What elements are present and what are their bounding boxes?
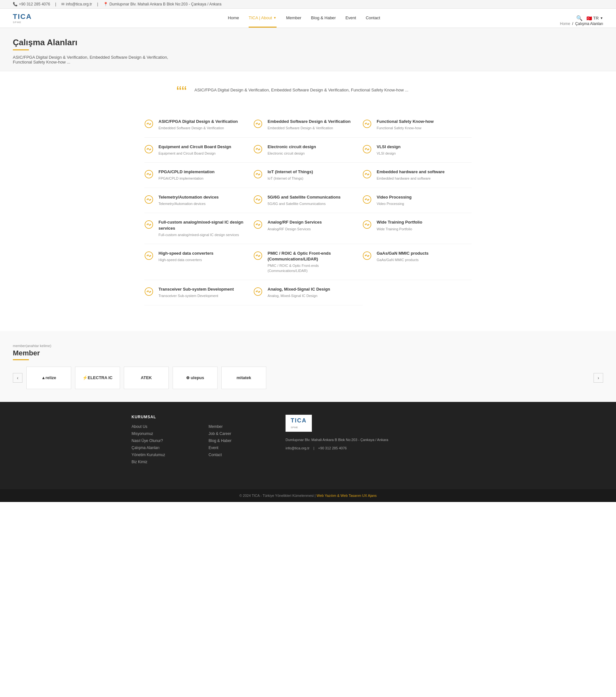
logo-item-electra-ic[interactable]: ⚡ELECTRA IC [75,367,120,389]
breadcrumb-current: Çalışma Alanları [575,21,603,26]
card-title: IoT (Internet of Things) [267,169,313,175]
svg-point-59 [259,291,261,292]
svg-point-1 [147,123,148,124]
footer-col1-link[interactable]: Misyonumuz [132,431,196,436]
card-item[interactable]: Telemetry/Automation devices Telemetry/A… [144,188,253,213]
card-item[interactable]: Analog/RF Design Services Analog/RF Desi… [253,213,363,244]
card-subtitle: VLSI design [377,151,400,156]
member-title: Member [13,349,603,357]
webdesign-link[interactable]: Web Yazılım & Web Tasarım UX Ajans [317,494,377,498]
card-title: Transceiver Sub-system Development [159,286,234,292]
footer-separator: | [313,446,314,450]
card-subtitle: Equipment and Circuit Board Design [159,151,231,156]
card-item[interactable]: ASIC/FPGA Digital Design & Verification … [144,112,253,138]
svg-point-25 [365,174,366,175]
card-subtitle: Transceiver Sub-system Development [159,294,234,298]
address-info: 📍 Dumlupınar Blv. Mahali Ankara B Blok N… [103,2,221,6]
footer: KURUMSAL About UsMisyonumuzNasıl Üye Olu… [0,402,616,489]
carousel-prev-button[interactable]: ‹ [13,373,23,383]
footer-col1-link[interactable]: Yönetim Kurulumuz [132,453,196,457]
card-item[interactable]: Analog, Mixed-Signal IC Design Analog, M… [253,280,363,305]
email-icon: ✉ [61,2,64,6]
card-subtitle: IoT (Internet of Things) [267,176,313,181]
card-item[interactable]: PMIC / ROIC & Optic Front-ends (Communic… [253,244,363,280]
card-icon-16 [253,251,264,262]
logo[interactable]: TICA SPME [13,13,32,24]
footer-col-kurumsal: KURUMSAL About UsMisyonumuzNasıl Üye Olu… [132,415,196,467]
cards-grid: ASIC/FPGA Digital Design & Verification … [144,112,472,305]
svg-point-34 [365,199,366,200]
svg-point-32 [259,199,261,200]
logo-item-ulepus[interactable]: ⊕ ulepus [173,367,218,389]
nav-right: 🔍 🇹🇷 TR ▼ [576,15,603,21]
logo-item-arelize[interactable]: ▲relize [26,367,71,389]
footer-logo-area: TICA SPME Dumlupınar Blv. Mahali Ankara … [285,415,484,467]
svg-point-50 [259,255,261,256]
footer-col2-link[interactable]: Blog & Haber [208,439,273,443]
card-subtitle: Telemetry/Automation devices [159,202,219,206]
search-button[interactable]: 🔍 [576,15,583,21]
card-item[interactable]: FPGA/CPLD implementation FPGA/CPLD imple… [144,163,253,188]
nav-blog[interactable]: Blog & Haber [311,9,336,28]
breadcrumb-home[interactable]: Home [560,21,570,26]
svg-point-5 [259,123,261,124]
card-title: FPGA/CPLD implementation [159,169,215,175]
card-title: Functional Safety Know-how [377,119,434,124]
card-icon-11 [363,195,373,205]
footer-email: info@tica.org.tr [285,446,310,450]
card-item[interactable]: Video Processing Video Processing [363,188,472,213]
svg-point-16 [365,149,366,150]
nav-contact[interactable]: Contact [366,9,380,28]
nav-home[interactable]: Home [228,9,239,28]
separator2: | [97,2,98,6]
card-title: Wide Training Portfolio [377,219,422,225]
card-item[interactable]: VLSI design VLSI design [363,138,472,163]
footer-col2-link[interactable]: Member [208,424,273,429]
card-subtitle: Functional Safety Know-how [377,126,434,131]
svg-point-23 [259,174,261,175]
svg-point-20 [150,174,151,175]
card-item[interactable]: IoT (Internet of Things) IoT (Internet o… [253,163,363,188]
footer-col1-link[interactable]: Nasıl Üye Olunur? [132,439,196,443]
footer-col1-link[interactable]: Çalışma Alanları [132,446,196,450]
footer-col1-links: About UsMisyonumuzNasıl Üye Olunur?Çalış… [132,424,196,464]
footer-col2-link[interactable]: Job & Career [208,431,273,436]
nav-member[interactable]: Member [286,9,302,28]
logo-sub: SPME [13,21,32,24]
logo-item-mitatek[interactable]: mitatek [221,367,266,389]
card-title: Embedded hardware and software [377,169,445,175]
nav-links: Home TICA | About ▼ Member Blog & Haber … [228,9,380,28]
card-icon-9 [144,195,155,205]
card-item[interactable]: Functional Safety Know-how Functional Sa… [363,112,472,138]
carousel-next-button[interactable]: › [593,373,603,383]
card-item[interactable]: Embedded Software Design & Verification … [253,112,363,138]
card-subtitle: Video Processing [377,202,412,206]
footer-col2-link[interactable]: Event [208,446,273,450]
svg-point-28 [147,199,148,200]
logo-item-atek[interactable]: ATEK [124,367,169,389]
card-title: Analog/RF Design Services [267,219,322,225]
svg-point-31 [256,199,257,200]
card-item[interactable]: High-speed data converters High-speed da… [144,244,253,280]
copyright-text: © 2024 TICA - Türkiye Yönelikleri Kümele… [239,494,316,498]
card-item[interactable]: 5G/6G and Satellite Communications 5G/6G… [253,188,363,213]
card-item[interactable]: Transceiver Sub-system Development Trans… [144,280,253,305]
card-item[interactable]: Equipment and Circuit Board Design Equip… [144,138,253,163]
card-icon-8 [363,170,373,180]
footer-col2-link[interactable]: Contact [208,453,273,457]
card-item[interactable]: Wide Training Portfolio Wide Training Po… [363,213,472,244]
nav-event[interactable]: Event [346,9,356,28]
card-item[interactable]: Embedded hardware and software Embedded … [363,163,472,188]
language-button[interactable]: 🇹🇷 TR ▼ [586,16,603,21]
svg-point-19 [147,174,148,175]
card-item[interactable]: Full-custom analog/mixed-signal IC desig… [144,213,253,244]
flag-icon: 🇹🇷 [586,16,592,21]
top-bar: 📞 +90 312 285 4076 | ✉ info@tica.org.tr … [0,0,616,9]
svg-point-40 [256,224,257,225]
footer-col1-link[interactable]: Biz Kimiz [132,460,196,464]
card-icon-18 [144,287,155,297]
footer-col1-link[interactable]: About Us [132,424,196,429]
card-item[interactable]: Electronic circuit design Electronic cir… [253,138,363,163]
nav-about[interactable]: TICA | About ▼ [249,9,277,28]
card-item[interactable]: GaAs/GaN MMIC products GaAs/GaN MMIC pro… [363,244,472,280]
